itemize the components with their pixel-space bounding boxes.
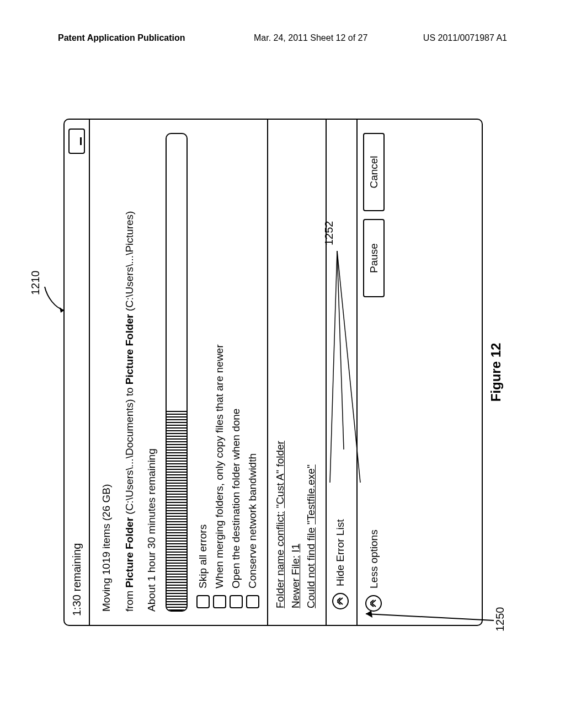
ref-1252-label: 1252 [323,221,335,246]
dialog-title: 1:30 remaining [71,543,83,616]
chevron-up-icon [332,593,349,609]
checkbox-conserve-bw[interactable] [246,595,259,608]
opt-skip-errors: Skip all errors [196,524,210,588]
opt-open-dest: Open the destination folder when done [230,409,243,588]
move-from-to: from Picture Folder (C:\Users\...\Docume… [123,133,136,612]
move-progress-dialog: 1:30 remaining Moving 1019 items (26 GB)… [63,119,483,626]
svg-line-4 [366,614,494,620]
progress-fill [167,410,186,611]
error-newer-file[interactable]: Newer File: I1 [289,133,302,608]
from-prefix: from [124,588,135,612]
dialog-titlebar: 1:30 remaining [65,120,90,625]
checkbox-open-dest[interactable] [230,595,243,608]
less-options-label: Less options [367,529,381,588]
header-publication: Patent Application Publication [58,33,185,43]
header-date-sheet: Mar. 24, 2011 Sheet 12 of 27 [254,33,367,43]
svg-line-1 [330,251,337,483]
ref-1210-label: 1210 [29,271,42,296]
cancel-button[interactable]: Cancel [363,133,385,211]
error-file-not-found[interactable]: Could not find file "Testfile.exe" [305,133,318,608]
minimize-button[interactable] [68,129,85,154]
error-list: Folder name conflict: "Cust A" folder Ne… [274,133,317,612]
svg-marker-5 [366,611,372,618]
progress-bar [166,133,188,612]
divider-1 [267,120,268,625]
options-list: Skip all errors When merging folders, on… [196,133,259,612]
divider-2 [326,120,327,625]
to-folder: Picture Folder [124,314,135,384]
checkbox-skip-errors[interactable] [196,595,210,608]
ref-1250-leader [361,609,494,637]
from-path: (C:\Users\...\Documents) to [124,384,135,517]
opt-conserve-bw: Conserve network bandwidth [246,453,259,588]
less-options-toggle[interactable]: Less options [365,529,382,612]
figure-caption: Figure 12 [488,97,504,648]
header-pubnumber: US 2011/0071987 A1 [423,33,507,43]
checkbox-merge-newer[interactable] [213,595,226,608]
time-remaining: About 1 hour 30 minutes remaining [145,133,158,612]
ref-1252-leader [327,245,349,483]
move-heading: Moving 1019 items (26 GB) [100,133,113,612]
error-folder-conflict[interactable]: Folder name conflict: "Cust A" folder [274,133,287,608]
hide-error-list-label: Hide Error List [334,520,347,586]
from-folder: Picture Folder [124,517,135,588]
to-path: (C:\Users\...\Pictures) [124,211,135,314]
opt-merge-newer: When merging folders, only copy files th… [213,345,226,589]
